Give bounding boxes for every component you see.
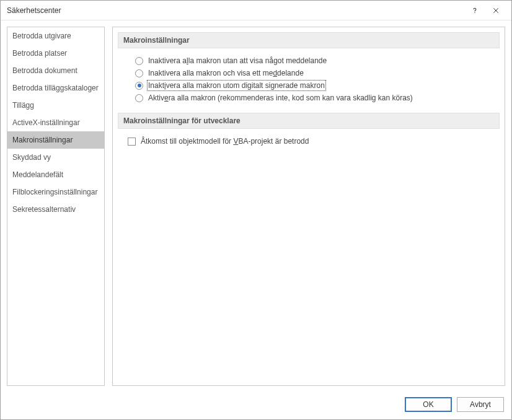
sidebar-item-label: Makroinställningar [12,136,73,144]
sidebar-item-protected-view[interactable]: Skyddad vy [7,149,104,166]
checkbox-label: Åtkomst till objektmodell för VBA-projek… [141,137,309,146]
macro-settings-header: Makroinställningar [118,32,500,48]
ok-button[interactable]: OK [405,397,452,412]
sidebar-item-label: Sekretessalternativ [12,205,76,214]
radio-icon [135,69,143,77]
sidebar-item-trusted-locations[interactable]: Betrodda platser [7,45,104,62]
radio-icon [135,57,143,65]
radio-label: Inaktivera alla makron och visa ett medd… [148,69,304,77]
sidebar-item-label: Betrodda tilläggskataloger [12,84,99,92]
sidebar-item-message-bar[interactable]: Meddelandefält [7,166,104,183]
close-button[interactable] [485,2,506,19]
sidebar-item-label: Tillägg [12,101,34,110]
radio-icon [135,94,143,102]
macro-radio-group: Inaktivera alla makron utan att visa någ… [118,55,500,113]
radio-enable-all[interactable]: Aktivera alla makron (rekommenderas inte… [135,92,500,104]
sidebar-item-addins[interactable]: Tillägg [7,97,104,114]
sidebar-item-label: Betrodda dokument [12,66,77,75]
sidebar-item-trusted-documents[interactable]: Betrodda dokument [7,62,104,79]
content-panel: Makroinställningar Inaktivera alla makro… [112,27,505,386]
window-title: Säkerhetscenter [7,6,464,15]
dialog-footer: OK Avbryt [1,392,511,419]
sidebar-item-macro-settings[interactable]: Makroinställningar [7,131,104,149]
radio-label: Inaktivera alla makron utom digitalt sig… [148,81,325,90]
trust-center-dialog: Säkerhetscenter Betrodda utgivare Betrod… [0,0,512,420]
sidebar-item-label: ActiveX-inställningar [12,118,80,127]
titlebar: Säkerhetscenter [1,1,511,20]
sidebar: Betrodda utgivare Betrodda platser Betro… [7,27,105,386]
sidebar-item-label: Betrodda utgivare [12,32,71,40]
sidebar-item-privacy-options[interactable]: Sekretessalternativ [7,201,104,218]
sidebar-item-label: Filblockeringsinställningar [12,188,97,196]
help-icon [471,7,479,14]
sidebar-item-trusted-publishers[interactable]: Betrodda utgivare [7,27,104,45]
radio-icon [135,82,143,90]
svg-point-0 [474,12,475,12]
radio-disable-with-notification[interactable]: Inaktivera alla makron och visa ett medd… [135,67,500,79]
dialog-body: Betrodda utgivare Betrodda platser Betro… [1,20,511,392]
radio-disable-except-signed[interactable]: Inaktivera alla makron utom digitalt sig… [135,79,500,92]
radio-label: Aktivera alla makron (rekommenderas inte… [148,94,413,102]
radio-label: Inaktivera alla makron utan att visa någ… [148,56,327,65]
developer-macro-settings-header: Makroinställningar för utvecklare [118,113,500,129]
sidebar-item-file-block-settings[interactable]: Filblockeringsinställningar [7,183,104,201]
sidebar-item-label: Skyddad vy [12,153,51,162]
cancel-button[interactable]: Avbryt [457,397,504,412]
help-button[interactable] [464,2,485,19]
sidebar-item-trusted-addins-catalogs[interactable]: Betrodda tilläggskataloger [7,79,104,97]
sidebar-item-label: Betrodda platser [12,49,67,58]
checkbox-icon [128,138,136,146]
vba-access-checkbox[interactable]: Åtkomst till objektmodell för VBA-projek… [118,135,500,147]
close-icon [492,7,500,14]
sidebar-item-label: Meddelandefält [12,170,63,179]
sidebar-item-activex-settings[interactable]: ActiveX-inställningar [7,114,104,131]
radio-disable-no-notification[interactable]: Inaktivera alla makron utan att visa någ… [135,55,500,67]
